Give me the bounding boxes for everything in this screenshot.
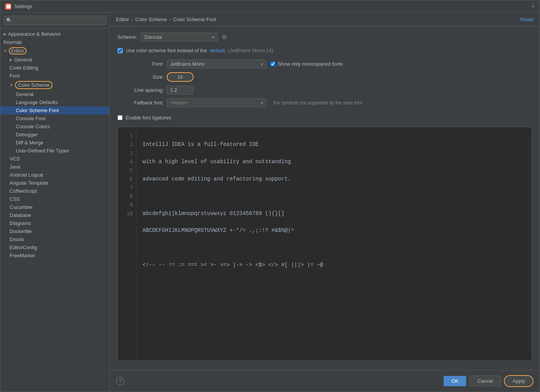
breadcrumb: Editor › Color Scheme › Color Scheme Fon…: [116, 17, 216, 22]
sidebar-item-diff-merge[interactable]: Diff & Merge: [0, 139, 109, 147]
sidebar-item-user-defined[interactable]: User-Defined File Types: [0, 147, 109, 155]
sidebar-item-language-defaults[interactable]: Language Defaults: [0, 98, 109, 106]
sidebar-item-vcs[interactable]: VCS: [0, 155, 109, 163]
cancel-button[interactable]: Cancel: [469, 375, 501, 387]
sidebar-item-android-logcat[interactable]: Android Logcat: [0, 171, 109, 179]
line-num: 7: [123, 183, 133, 192]
show-monospaced-checkbox[interactable]: [270, 61, 275, 66]
sidebar-item-keymap[interactable]: Keymap: [0, 38, 109, 46]
sidebar-item-color-scheme-font[interactable]: Color Scheme Font: [0, 106, 109, 114]
svg-text:🅿: 🅿: [7, 4, 11, 9]
fallback-font-select[interactable]: <None> Arial Tahoma: [167, 98, 267, 107]
font-settings-grid: Font: JetBrains Mono Consolas Fira Code …: [118, 60, 532, 107]
search-input[interactable]: [3, 16, 106, 25]
sidebar-item-dockerfile[interactable]: Dockerfile: [0, 227, 109, 235]
ok-button[interactable]: OK: [444, 376, 466, 386]
size-input[interactable]: [167, 72, 194, 82]
sidebar-item-database[interactable]: Database: [0, 211, 109, 219]
scheme-label: Scheme:: [118, 34, 137, 40]
default-link[interactable]: default: [210, 48, 225, 53]
code-line: [142, 192, 525, 200]
line-spacing-label: Line spacing:: [118, 87, 164, 93]
sidebar-item-css[interactable]: CSS: [0, 195, 109, 203]
search-box: 🔍: [0, 13, 109, 28]
sidebar-item-debugger[interactable]: Debugger: [0, 131, 109, 139]
apply-button[interactable]: Apply: [504, 375, 533, 387]
line-spacing-input[interactable]: [167, 86, 194, 94]
footer-left: ?: [116, 377, 124, 385]
sidebar-item-cs-general[interactable]: General: [0, 90, 109, 98]
code-line: [142, 295, 525, 303]
footer-right: OK Cancel Apply: [444, 375, 533, 387]
sidebar-item-label: Code Editing: [10, 65, 38, 71]
window-title: Settings: [14, 3, 32, 9]
titlebar-left: 🅿 Settings: [5, 3, 32, 10]
settings-window: 🅿 Settings × 🔍 ▶ Appearance & Behavior: [0, 0, 540, 392]
font-select-outer: JetBrains Mono Consolas Fira Code Hack S…: [167, 60, 267, 68]
default-hint: (JetBrains Mono,14): [228, 48, 273, 53]
line-numbers: 1 2 3 4 5 6 7 8 9 10: [118, 127, 136, 361]
sidebar-item-label: EditorConfig: [10, 245, 37, 250]
sidebar-item-appearance[interactable]: ▶ Appearance & Behavior: [0, 30, 109, 38]
sidebar-item-color-scheme[interactable]: ▼ Color Scheme: [0, 80, 109, 90]
sidebar-item-label: Color Scheme: [15, 81, 53, 89]
sidebar-item-editor[interactable]: ▼ Editor: [0, 46, 109, 56]
use-color-scheme-font-checkbox[interactable]: [118, 48, 123, 53]
code-line: ABCDEFGHIJKLMNOPQRSTUVWXYZ +-*/= .,;:!? …: [142, 226, 525, 235]
sidebar-item-label: Appearance & Behavior: [8, 31, 61, 37]
line-spacing-input-wrapper: [167, 86, 532, 94]
sidebar-item-font[interactable]: Font: [0, 72, 109, 80]
sidebar-item-java[interactable]: Java: [0, 163, 109, 171]
help-button[interactable]: ?: [116, 377, 124, 385]
line-num: 5: [123, 166, 133, 175]
sidebar-item-console-font[interactable]: Console Font: [0, 114, 109, 122]
size-label: Size:: [118, 74, 164, 80]
sidebar-item-label: CoffeeScript: [10, 188, 37, 194]
sidebar-item-label: General: [14, 57, 32, 63]
sidebar-item-label: Diff & Merge: [16, 140, 43, 146]
main-content: 🔍 ▶ Appearance & Behavior Keymap ▼ Edito…: [0, 13, 540, 392]
breadcrumb-part3: Color Scheme Font: [173, 17, 216, 22]
sidebar-item-label: General: [16, 91, 33, 97]
sidebar-item-coffeescript[interactable]: CoffeeScript: [0, 187, 109, 195]
content-body: Scheme: Darcula Default High Contrast ▼ …: [110, 26, 540, 370]
line-num: 1: [123, 132, 133, 140]
sidebar-item-general[interactable]: ▶ General: [0, 56, 109, 64]
font-select[interactable]: JetBrains Mono Consolas Fira Code Hack S…: [167, 60, 267, 68]
monospace-checkbox-row: Show only monospaced fonts: [270, 61, 343, 67]
fallback-hint: For symbols not supported by the main fo…: [273, 100, 362, 106]
code-line: [142, 243, 525, 252]
sidebar-item-label: Database: [10, 212, 31, 218]
use-color-scheme-font-row: Use color scheme font instead of the def…: [118, 48, 532, 53]
sidebar-item-diagrams[interactable]: Diagrams: [0, 219, 109, 227]
reset-button[interactable]: Reset: [520, 17, 533, 22]
gear-icon[interactable]: ⚙: [222, 33, 227, 41]
close-button[interactable]: ×: [532, 3, 535, 10]
breadcrumb-sep2: ›: [169, 17, 171, 22]
sidebar-item-code-editing[interactable]: Code Editing: [0, 64, 109, 72]
sidebar-item-label: FreeMarker: [10, 253, 35, 258]
sidebar-item-label: VCS: [10, 156, 20, 162]
breadcrumb-part1: Editor: [116, 17, 129, 22]
sidebar-item-cucumber[interactable]: Cucumber: [0, 203, 109, 211]
sidebar-item-editorconfig[interactable]: EditorConfig: [0, 243, 109, 251]
line-num: 3: [123, 149, 133, 157]
code-line: with a high level of usability and outst…: [142, 157, 525, 166]
sidebar-item-label: Editor: [9, 47, 27, 55]
scheme-select[interactable]: Darcula Default High Contrast: [141, 33, 218, 41]
search-icon: 🔍: [6, 18, 12, 23]
content-header: Editor › Color Scheme › Color Scheme Fon…: [110, 13, 540, 26]
sidebar-item-label: CSS: [10, 196, 20, 202]
sidebar-item-console-colors[interactable]: Console Colors: [0, 122, 109, 131]
content-area: Editor › Color Scheme › Color Scheme Fon…: [110, 13, 540, 392]
preview-area: 1 2 3 4 5 6 7 8 9 10 IntelliJ IDEA is a …: [118, 127, 532, 361]
enable-ligatures-checkbox[interactable]: [118, 115, 123, 120]
sidebar-item-label: Console Font: [16, 116, 45, 121]
arrow-icon: ▶: [10, 58, 13, 62]
sidebar-item-label: Keymap: [3, 39, 22, 45]
arrow-icon: ▼: [3, 49, 7, 53]
sidebar-item-label: Cucumber: [10, 204, 33, 210]
sidebar-item-angular-template[interactable]: Angular Template: [0, 179, 109, 187]
sidebar-item-freemarker[interactable]: FreeMarker: [0, 251, 109, 260]
sidebar-item-drools[interactable]: Drools: [0, 235, 109, 243]
